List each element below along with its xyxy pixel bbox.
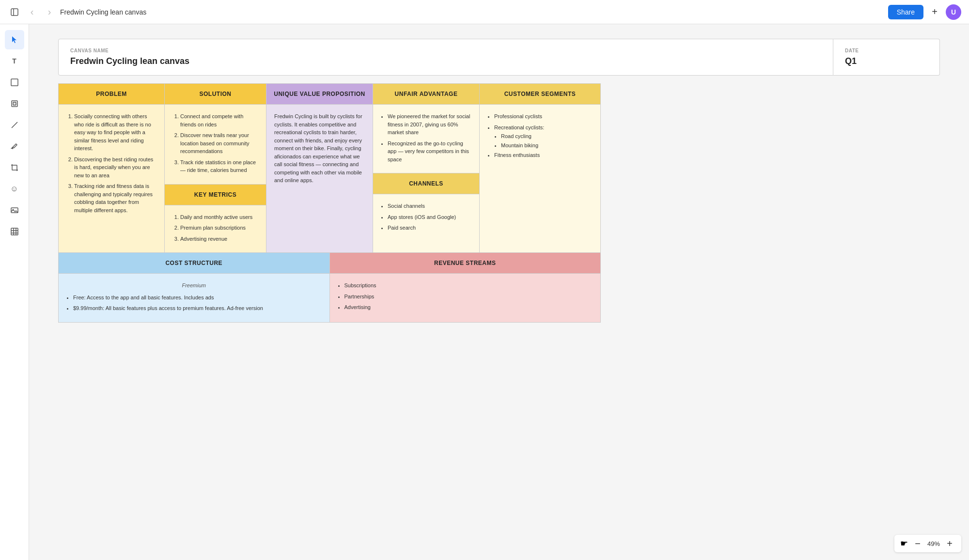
share-button[interactable]: Share [888, 5, 923, 19]
canvas-header: CANVAS NAME Fredwin Cycling lean canvas … [58, 39, 940, 76]
cost-structure-header: COST STRUCTURE [59, 253, 329, 274]
list-item: Fitness enthusiasts [494, 151, 593, 159]
problem-cell: PROBLEM Socially connecting with others … [58, 83, 165, 253]
key-metrics-header: KEY METRICS [165, 185, 266, 205]
forward-button[interactable]: › [43, 5, 56, 19]
cost-structure-cell: COST STRUCTURE Freemium Free: Access to … [58, 253, 330, 323]
list-item: Advertising revenue [180, 235, 258, 243]
unfair-channels-col: UNFAIR ADVANTAGE We pioneered the market… [373, 83, 480, 253]
list-item: Daily and monthly active users [180, 213, 258, 221]
list-item: Social channels [388, 202, 471, 210]
solution-body: Connect and compete with friends on ride… [165, 105, 266, 184]
bottom-row: COST STRUCTURE Freemium Free: Access to … [58, 253, 601, 323]
list-item: Recreational cyclists: Road cycling Moun… [494, 124, 593, 150]
sidebar-item-image[interactable] [5, 201, 24, 220]
problem-body: Socially connecting with others who ride… [59, 105, 164, 252]
svg-rect-6 [12, 165, 17, 170]
list-item: Subscriptions [344, 281, 593, 290]
customer-segments-cell: CUSTOMER SEGMENTS Professional cyclists … [480, 83, 601, 253]
top-row: PROBLEM Socially connecting with others … [58, 83, 601, 253]
svg-rect-13 [11, 228, 18, 235]
solution-cell: SOLUTION Connect and compete with friend… [165, 83, 266, 185]
list-item: Discovering the best riding routes is ha… [74, 156, 156, 180]
list-item: Connect and compete with friends on ride… [180, 112, 258, 128]
svg-rect-0 [11, 9, 18, 16]
cost-structure-body: Freemium Free: Access to the app and all… [59, 274, 329, 322]
zoom-bar: ☛ − 49% + [894, 535, 961, 552]
list-item: Socially connecting with others who ride… [74, 112, 156, 153]
list-item: $9.99/month: All basic features plus acc… [73, 304, 322, 312]
topbar-right: Share + U [888, 4, 961, 20]
sidebar-item-crop[interactable] [5, 158, 24, 177]
page-title: Fredwin Cycling lean canvas [60, 8, 146, 16]
sidebar-item-cursor[interactable] [5, 30, 24, 49]
topbar-left: ‹ › Fredwin Cycling lean canvas [8, 5, 146, 19]
sidebar-item-shape[interactable] [5, 73, 24, 92]
uvp-cell: UNIQUE VALUE PROPOSITION Fredwin Cycling… [266, 83, 373, 253]
sidebar-item-table[interactable] [5, 222, 24, 241]
list-item: Paid search [388, 224, 471, 232]
avatar[interactable]: U [946, 4, 961, 20]
sidebar-item-text[interactable]: T [5, 51, 24, 71]
add-button[interactable]: + [927, 5, 942, 19]
sidebar-item-frame[interactable] [5, 94, 24, 113]
zoom-level: 49% [927, 540, 940, 547]
list-item: Tracking ride and fitness data is challe… [74, 182, 156, 214]
list-item: Discover new trails near your location b… [180, 131, 258, 156]
list-item: Track ride statistics in one place — rid… [180, 158, 258, 174]
zoom-in-button[interactable]: + [944, 538, 955, 549]
canvas-name-value: Fredwin Cycling lean canvas [70, 56, 821, 66]
canvas-date-value: Q1 [845, 56, 928, 66]
list-item: Advertising [344, 303, 593, 311]
key-metrics-body: Daily and monthly active users Premium p… [165, 205, 266, 253]
list-item: Free: Access to the app and all basic fe… [73, 294, 322, 302]
sidebar: T ☺ [0, 24, 29, 560]
unfair-advantage-header: UNFAIR ADVANTAGE [373, 84, 479, 105]
customer-segments-body: Professional cyclists Recreational cycli… [480, 105, 600, 252]
topbar: ‹ › Fredwin Cycling lean canvas Share + … [0, 0, 969, 24]
freemium-label: Freemium [66, 281, 322, 290]
zoom-out-button[interactable]: − [912, 538, 923, 549]
sidebar-item-line[interactable] [5, 115, 24, 135]
back-button[interactable]: ‹ [25, 5, 39, 19]
key-metrics-cell: KEY METRICS Daily and monthly active use… [165, 185, 266, 253]
list-item: Recognized as the go-to cycling app — ve… [388, 140, 471, 164]
canvas-name-label: CANVAS NAME [70, 48, 821, 53]
canvas-area: CANVAS NAME Fredwin Cycling lean canvas … [29, 24, 969, 560]
canvas-name-box: CANVAS NAME Fredwin Cycling lean canvas [58, 39, 833, 76]
sidebar-toggle-icon[interactable] [8, 5, 21, 19]
canvas-date-label: DATE [845, 48, 928, 53]
problem-header: PROBLEM [59, 84, 164, 105]
list-item: Premium plan subscriptions [180, 224, 258, 232]
sidebar-item-pen[interactable] [5, 137, 24, 156]
revenue-streams-cell: REVENUE STREAMS Subscriptions Partnershi… [330, 253, 601, 323]
hand-cursor-icon: ☛ [900, 538, 908, 549]
svg-line-5 [12, 122, 17, 128]
unfair-advantage-body: We pioneered the market for social fitne… [373, 105, 479, 173]
sidebar-item-emoji[interactable]: ☺ [5, 179, 24, 199]
list-item: Mountain biking [501, 141, 593, 150]
customer-segments-header: CUSTOMER SEGMENTS [480, 84, 600, 105]
list-item: Professional cyclists [494, 112, 593, 121]
uvp-body: Fredwin Cycling is built by cyclists for… [266, 105, 373, 252]
lean-canvas: PROBLEM Socially connecting with others … [58, 83, 940, 323]
list-item: App stores (iOS and Google) [388, 213, 471, 221]
svg-rect-4 [13, 102, 16, 105]
list-item: Road cycling [501, 132, 593, 140]
revenue-streams-header: REVENUE STREAMS [330, 253, 601, 274]
main-layout: T ☺ [0, 24, 969, 560]
channels-cell: CHANNELS Social channels App stores (iOS… [373, 173, 480, 253]
canvas-date-box: DATE Q1 [833, 39, 940, 76]
uvp-text: Fredwin Cycling is built by cyclists for… [274, 112, 365, 185]
solution-key-metrics-col: SOLUTION Connect and compete with friend… [165, 83, 266, 253]
unfair-advantage-cell: UNFAIR ADVANTAGE We pioneered the market… [373, 83, 480, 173]
revenue-streams-body: Subscriptions Partnerships Advertising [330, 274, 601, 322]
svg-rect-2 [11, 79, 18, 86]
solution-header: SOLUTION [165, 84, 266, 105]
channels-header: CHANNELS [373, 173, 479, 194]
list-item: We pioneered the market for social fitne… [388, 112, 471, 137]
uvp-header: UNIQUE VALUE PROPOSITION [266, 84, 373, 105]
list-item: Partnerships [344, 293, 593, 301]
channels-body: Social channels App stores (iOS and Goog… [373, 194, 479, 252]
